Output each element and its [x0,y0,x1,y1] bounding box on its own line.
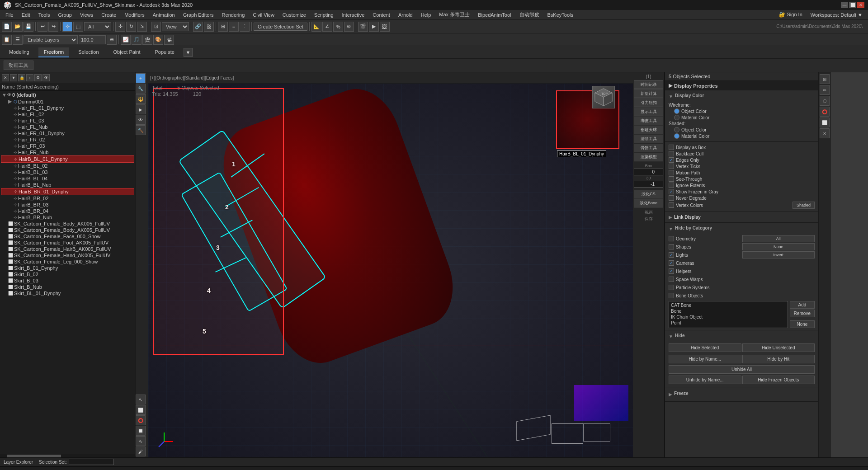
hide-by-name-button[interactable]: Hide by Name... [669,355,741,363]
vertex-colors-checkbox[interactable] [669,202,674,208]
list-item[interactable]: ⊹ HairB_BL_03 [1,169,134,175]
tb-spinner-snap[interactable]: ⊛ [344,22,354,32]
cmd-display[interactable]: 👁 [136,115,146,125]
scene-filter-btn[interactable]: ▼ [10,74,17,81]
tb-scale[interactable]: ⇲ [137,22,147,32]
tb-rotate[interactable]: ↻ [126,22,136,32]
tb-spacing[interactable]: ⋮ [240,22,250,32]
cameras-checkbox[interactable] [669,260,674,266]
backface-cull-checkbox[interactable] [669,151,674,156]
tb-link[interactable]: 🔗 [193,22,203,32]
list-item[interactable]: ⊹ Hair_FR_02 [1,136,134,143]
motion-path-checkbox[interactable] [669,170,674,175]
menu-arnold[interactable]: Arnold [395,11,416,19]
list-item[interactable]: ▶ ⬡ Dummy001 [1,98,134,105]
cmd-modify[interactable]: 🔧 [136,84,146,94]
list-item[interactable]: ⬜ SK_Cartoon_Female_HairB_AK005_FullUV [1,246,134,252]
scene-display-btn[interactable]: 👁 [42,74,50,81]
menu-rendering[interactable]: Rendering [218,11,249,19]
tb-open[interactable]: 📂 [13,22,23,32]
viewport-gizmo[interactable]: TOP [592,86,619,113]
tab-modeling[interactable]: Modeling [4,47,35,57]
scene-lock-btn[interactable]: 🔒 [18,74,25,81]
tb-render-setup[interactable]: 🎬 [358,22,368,32]
list-item[interactable]: ⊹ HairB_BL_02 [1,163,134,169]
shaded-obj-color-radio[interactable] [674,127,679,132]
see-through-checkbox[interactable] [669,176,674,182]
tb-angle-snap[interactable]: ∠ [322,22,332,32]
tb-mirror[interactable]: ⊞ [218,22,228,32]
list-item[interactable]: ⬜ Skirt_B_01_Dynphy [1,265,134,271]
menu-tools[interactable]: Tools [35,11,54,19]
bone-list-item-ik[interactable]: IK Chain Object [670,314,787,320]
mini-btn-3[interactable]: ⬡ [820,96,830,106]
btn-fade-cs[interactable]: 淡化CS [634,190,663,198]
scene-sort-btn[interactable]: ↕ [26,74,33,81]
btn-time-record[interactable]: 时间记录 [634,80,663,89]
menu-content[interactable]: Content [369,11,394,19]
none-bone-button[interactable]: None [790,320,815,328]
menu-antivirus[interactable]: Max 杀毒卫士 [435,10,473,19]
mini-btn-6[interactable]: ✕ [820,128,830,138]
all-button[interactable]: All [742,235,815,242]
cmd-motion[interactable]: ▶ [136,104,146,114]
menu-graph-editors[interactable]: Graph Editors [179,11,217,19]
link-display-arrow[interactable]: ▶ [669,215,672,220]
list-item[interactable]: ⬜ SK_Cartoon_Female_Face_000_Show [1,233,134,240]
cmd-circle[interactable]: ⭕ [136,415,146,425]
list-item[interactable]: ⊹ HairB_BR_04 [1,208,134,214]
menu-civil-view[interactable]: Civil View [249,11,278,19]
cmd-select-tool[interactable]: ↖ [136,395,146,404]
nav-cube[interactable]: TOP [592,86,615,108]
tb-layer-value[interactable] [79,35,106,44]
tab-dropdown[interactable]: ▼ [184,48,193,57]
cmd-utilities[interactable]: 🔨 [136,125,146,135]
tb-color-clip[interactable]: 🎨 [153,35,163,45]
tb-align[interactable]: ≡ [229,22,239,32]
tb-save[interactable]: 💾 [24,22,33,32]
menu-biped[interactable]: BipedAnimTool [474,11,514,19]
btn-clear-tools[interactable]: 清除工具 [634,135,663,143]
particle-sys-checkbox[interactable] [669,285,674,290]
never-degrade-checkbox[interactable] [669,195,674,201]
list-item[interactable]: ⬜ SK_Cartoon_Female_Foot_AK005_FullUV [1,240,134,246]
list-item[interactable]: ⊹ HairB_BR_03 [1,202,134,208]
list-item[interactable]: ⊹ HairB_BL_04 [1,175,134,182]
list-item[interactable]: ⊹ Hair_FR_01_Dynphy [1,130,134,136]
num-input-2[interactable] [634,181,663,188]
selection-set-input[interactable] [69,459,114,465]
shaded-button[interactable]: Shaded [793,202,815,209]
cmd-fence[interactable]: 🔲 [136,426,146,436]
tb-select-region[interactable]: ⬚ [73,22,83,32]
menu-animation[interactable]: Animation [149,11,179,19]
unhide-all-button[interactable]: Unhide All [669,365,815,374]
tb-filter-dropdown[interactable]: All [84,22,111,31]
collapse-arrow[interactable]: ▼ [669,94,673,99]
show-frozen-checkbox[interactable] [669,189,674,194]
create-selection-set-button[interactable]: Create Selection Set [254,23,307,31]
num-input-1[interactable] [634,169,663,175]
list-item[interactable]: ⊹ HairB_BR_02 [1,195,134,202]
tb-dope-sheet[interactable]: 🎵 [132,35,142,45]
hide-selected-button[interactable]: Hide Selected [669,343,741,352]
vertex-ticks-checkbox[interactable] [669,164,674,169]
tb-undo[interactable]: ↩ [38,22,47,32]
menu-autoskin[interactable]: 自动绑皮 [516,10,543,19]
invert-button[interactable]: Invert [742,251,815,258]
btn-create-sky[interactable]: 创建天球 [634,126,663,134]
menu-edit[interactable]: Edit [18,11,34,19]
tb-curve-editor[interactable]: 📈 [121,35,131,45]
tb-select[interactable]: ⊹ [62,22,72,32]
display-as-box-checkbox[interactable] [669,145,674,150]
list-item[interactable]: ⊹ HairB_BL_Nub [1,182,134,188]
bone-list-item-bone[interactable]: Bone [670,308,787,314]
wireframe-mat-color-radio[interactable] [674,115,679,120]
space-warps-checkbox[interactable] [669,277,674,282]
menu-group[interactable]: Group [54,11,75,19]
tb-new[interactable]: 📄 [2,22,12,32]
btn-new-calc[interactable]: 新型计算 [634,89,663,98]
tab-selection[interactable]: Selection [73,47,104,57]
mini-btn-2[interactable]: ✏ [820,85,830,95]
tb-layer-list[interactable]: ☰ [13,35,23,45]
lights-checkbox[interactable] [669,252,674,258]
